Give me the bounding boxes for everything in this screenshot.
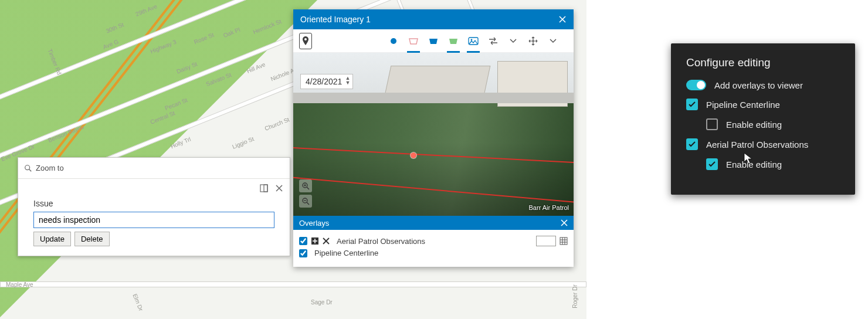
street-label: Holly Trl (169, 136, 192, 150)
tool-swap-icon[interactable] (486, 33, 501, 49)
svg-point-8 (304, 38, 307, 40)
image-attribution: Barr Air Patrol (529, 204, 569, 211)
street-label: Elm Dr (131, 293, 144, 311)
date-spinner-icon[interactable]: ▲▼ (345, 76, 350, 85)
svg-point-9 (391, 38, 396, 44)
overlays-title-text: Overlays (299, 219, 329, 228)
cursor-icon (744, 152, 753, 164)
tool-folder2-icon[interactable] (426, 33, 441, 49)
map-road (0, 281, 586, 287)
street-label: Church St (264, 116, 290, 132)
svg-point-0 (25, 165, 30, 169)
street-label: Maple Ave (6, 281, 33, 288)
close-icon[interactable] (561, 219, 568, 226)
field-label-issue: Issue (33, 199, 274, 208)
enable-editing-checkbox[interactable] (706, 118, 718, 130)
tool-image-icon[interactable] (466, 33, 481, 49)
street-label: Timber Rd (46, 48, 63, 76)
svg-line-18 (307, 202, 309, 205)
update-button[interactable]: Update (33, 232, 71, 246)
configure-editing-title: Configure editing (686, 56, 840, 69)
overlay-label: Pipeline Centerline (314, 249, 378, 257)
table-icon[interactable] (560, 237, 568, 245)
close-icon[interactable] (274, 184, 284, 193)
svg-line-14 (307, 187, 309, 189)
svg-point-12 (533, 40, 534, 42)
layer-row: Pipeline Centerline (686, 99, 840, 110)
feature-popup: Zoom to Issue Update Delete (18, 157, 290, 256)
date-value: 4/28/2021 (306, 77, 342, 86)
zoom-to-link[interactable]: Zoom to (36, 164, 64, 172)
layer-name: Aerial Patrol Observations (706, 140, 808, 150)
magnifier-icon (24, 164, 32, 172)
street-label: Hemlock St (252, 18, 283, 35)
pipeline-line (293, 147, 574, 164)
svg-line-1 (29, 169, 32, 171)
overlay-checkbox[interactable] (299, 237, 307, 245)
issue-input[interactable] (33, 212, 274, 228)
oi-title-text: Oriented Imagery 1 (300, 15, 371, 24)
layer-row: Aerial Patrol Observations (686, 138, 840, 150)
street-label: Pecan St (164, 97, 188, 111)
layer-checkbox[interactable] (686, 138, 698, 150)
street-label: Sage Dr (311, 299, 333, 306)
close-icon[interactable] (323, 237, 330, 245)
street-label: Hill Ave (246, 61, 266, 74)
overlays-list: Aerial Patrol Observations Pipeline Cent… (293, 230, 574, 267)
tool-move-icon[interactable] (525, 33, 541, 49)
enable-editing-checkbox[interactable] (706, 158, 718, 170)
add-overlays-toggle-row: Add overlays to viewer (686, 80, 840, 90)
street-label: 30th St (105, 21, 125, 34)
add-overlays-label: Add overlays to viewer (714, 80, 803, 90)
chevron-down-icon[interactable] (506, 33, 521, 49)
configure-editing-panel: Configure editing Add overlays to viewer… (671, 43, 855, 195)
enable-editing-label: Enable editing (726, 120, 782, 130)
aerial-road (293, 93, 574, 103)
zoom-out-button[interactable] (299, 195, 312, 208)
street-label: Salvato St (205, 72, 232, 87)
overlay-row: Pipeline Centerline (299, 249, 568, 257)
pipeline-line (293, 176, 574, 205)
street-label: Liggio St (231, 135, 255, 150)
street-label: Rose St (193, 32, 215, 46)
overlay-label: Aerial Patrol Observations (337, 237, 425, 246)
plus-icon[interactable] (311, 237, 319, 245)
enable-editing-row: Enable editing (706, 158, 840, 170)
add-overlays-toggle[interactable] (686, 80, 706, 90)
street-label: 29th Ave (134, 3, 158, 18)
street-label: Daisy St (175, 60, 198, 74)
svg-rect-3 (264, 185, 267, 192)
zoom-in-button[interactable] (299, 179, 312, 192)
layer-name: Pipeline Centerline (706, 100, 780, 110)
oi-image-view[interactable]: 4/28/2021 ▲▼ Barr Air Patrol (293, 53, 574, 216)
layer-checkbox[interactable] (686, 99, 698, 110)
enable-editing-label: Enable editing (726, 160, 782, 169)
street-label: Oak Pl (222, 26, 241, 39)
overlay-value-input[interactable] (536, 236, 556, 246)
enable-editing-row: Enable editing (706, 118, 840, 130)
close-icon[interactable] (558, 15, 567, 23)
dock-icon[interactable] (259, 184, 269, 193)
tool-folder3-icon[interactable] (446, 33, 461, 49)
street-label: Roger Dr (572, 284, 578, 308)
overlays-header: Overlays (293, 216, 574, 230)
svg-rect-27 (560, 237, 567, 245)
location-pin-button[interactable] (299, 33, 312, 49)
observation-marker[interactable] (411, 152, 416, 158)
svg-point-11 (471, 39, 473, 40)
oi-toolbar (293, 29, 574, 53)
oi-titlebar[interactable]: Oriented Imagery 1 (293, 9, 574, 29)
street-label: Central St (150, 110, 176, 125)
overlay-row: Aerial Patrol Observations (299, 236, 568, 246)
chevron-down-icon[interactable] (545, 33, 561, 49)
date-selector[interactable]: 4/28/2021 ▲▼ (300, 74, 353, 89)
street-label: Highway 3 (150, 39, 177, 55)
delete-button[interactable]: Delete (74, 232, 110, 246)
overlay-checkbox[interactable] (299, 249, 307, 257)
tool-point-icon[interactable] (386, 33, 401, 49)
oriented-imagery-window: Oriented Imagery 1 (293, 9, 574, 267)
tool-folder1-icon[interactable] (406, 33, 421, 49)
